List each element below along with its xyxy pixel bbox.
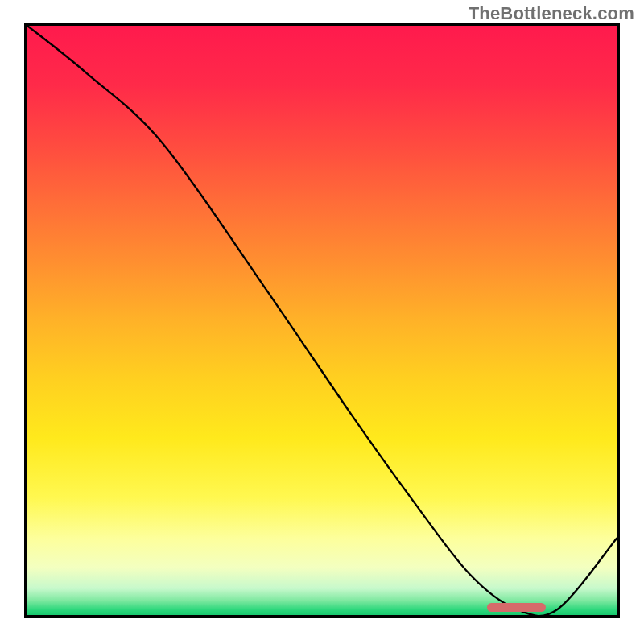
plot-area <box>24 23 620 618</box>
watermark-text: TheBottleneck.com <box>469 3 634 24</box>
plot-inner <box>27 26 617 615</box>
chart-stage: TheBottleneck.com <box>0 0 644 644</box>
curve-path <box>27 26 617 615</box>
line-curve <box>27 26 617 615</box>
bottleneck-marker <box>487 603 546 612</box>
